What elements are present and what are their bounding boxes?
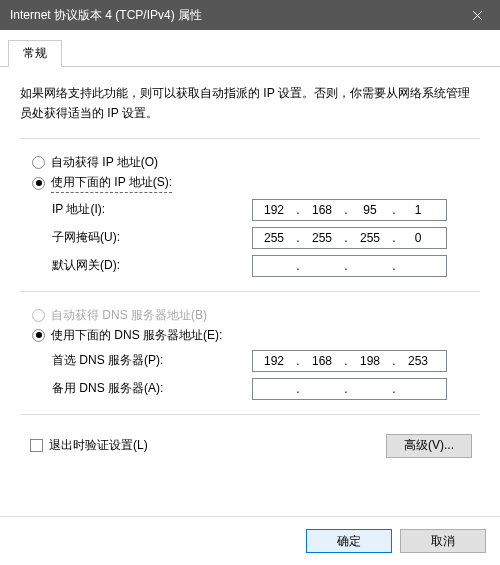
- window-title: Internet 协议版本 4 (TCP/IPv4) 属性: [10, 7, 455, 24]
- validate-checkbox[interactable]: [30, 439, 43, 452]
- dns-primary-input[interactable]: 192. 168. 198. 253: [252, 350, 447, 372]
- close-button[interactable]: [455, 0, 500, 30]
- advanced-button[interactable]: 高级(V)...: [386, 434, 472, 458]
- ip-address-oct2[interactable]: 168: [301, 203, 343, 217]
- gateway-input[interactable]: . . .: [252, 255, 447, 277]
- description-text: 如果网络支持此功能，则可以获取自动指派的 IP 设置。否则，你需要从网络系统管理…: [20, 83, 480, 124]
- ip-address-row: IP 地址(I): 192. 168. 95. 1: [52, 199, 476, 221]
- dns-alternate-row: 备用 DNS 服务器(A): . . .: [52, 378, 476, 400]
- dns-group: 自动获得 DNS 服务器地址(B) 使用下面的 DNS 服务器地址(E): 首选…: [20, 291, 480, 414]
- bottom-group: 退出时验证设置(L) 高级(V)...: [20, 414, 480, 472]
- dns-primary-oct2[interactable]: 168: [301, 354, 343, 368]
- radio-dns-auto-row: 自动获得 DNS 服务器地址(B): [32, 307, 476, 324]
- close-icon: [472, 10, 483, 21]
- ok-button[interactable]: 确定: [306, 529, 392, 553]
- radio-dns-auto-label: 自动获得 DNS 服务器地址(B): [51, 307, 207, 324]
- dns-primary-oct1[interactable]: 192: [253, 354, 295, 368]
- dns-primary-oct3[interactable]: 198: [349, 354, 391, 368]
- ip-address-oct1[interactable]: 192: [253, 203, 295, 217]
- radio-ip-manual-label: 使用下面的 IP 地址(S):: [51, 174, 172, 193]
- subnet-mask-row: 子网掩码(U): 255. 255. 255. 0: [52, 227, 476, 249]
- ip-address-oct3[interactable]: 95: [349, 203, 391, 217]
- radio-dns-manual-label: 使用下面的 DNS 服务器地址(E):: [51, 327, 222, 344]
- radio-ip-auto-label: 自动获得 IP 地址(O): [51, 154, 158, 171]
- tab-bar: 常规: [0, 36, 500, 67]
- radio-ip-auto-row[interactable]: 自动获得 IP 地址(O): [32, 154, 476, 171]
- dialog-footer: 确定 取消: [0, 516, 500, 565]
- validate-label: 退出时验证设置(L): [49, 437, 148, 454]
- titlebar: Internet 协议版本 4 (TCP/IPv4) 属性: [0, 0, 500, 30]
- cancel-button[interactable]: 取消: [400, 529, 486, 553]
- radio-ip-manual-row[interactable]: 使用下面的 IP 地址(S):: [32, 174, 476, 193]
- subnet-mask-oct3[interactable]: 255: [349, 231, 391, 245]
- dns-primary-row: 首选 DNS 服务器(P): 192. 168. 198. 253: [52, 350, 476, 372]
- tab-general[interactable]: 常规: [8, 40, 62, 67]
- dns-alternate-input[interactable]: . . .: [252, 378, 447, 400]
- ip-address-oct4[interactable]: 1: [397, 203, 439, 217]
- dns-alternate-label: 备用 DNS 服务器(A):: [52, 380, 252, 397]
- gateway-row: 默认网关(D): . . .: [52, 255, 476, 277]
- radio-ip-manual[interactable]: [32, 177, 45, 190]
- dns-primary-oct4[interactable]: 253: [397, 354, 439, 368]
- subnet-mask-label: 子网掩码(U):: [52, 229, 252, 246]
- radio-dns-auto: [32, 309, 45, 322]
- ip-address-label: IP 地址(I):: [52, 201, 252, 218]
- subnet-mask-input[interactable]: 255. 255. 255. 0: [252, 227, 447, 249]
- dialog-window: Internet 协议版本 4 (TCP/IPv4) 属性 常规 如果网络支持此…: [0, 0, 500, 565]
- dialog-body: 如果网络支持此功能，则可以获取自动指派的 IP 设置。否则，你需要从网络系统管理…: [0, 67, 500, 516]
- subnet-mask-oct1[interactable]: 255: [253, 231, 295, 245]
- ip-address-input[interactable]: 192. 168. 95. 1: [252, 199, 447, 221]
- dns-primary-label: 首选 DNS 服务器(P):: [52, 352, 252, 369]
- radio-dns-manual[interactable]: [32, 329, 45, 342]
- gateway-label: 默认网关(D):: [52, 257, 252, 274]
- radio-ip-auto[interactable]: [32, 156, 45, 169]
- subnet-mask-oct4[interactable]: 0: [397, 231, 439, 245]
- radio-dns-manual-row[interactable]: 使用下面的 DNS 服务器地址(E):: [32, 327, 476, 344]
- ip-group: 自动获得 IP 地址(O) 使用下面的 IP 地址(S): IP 地址(I): …: [20, 138, 480, 291]
- subnet-mask-oct2[interactable]: 255: [301, 231, 343, 245]
